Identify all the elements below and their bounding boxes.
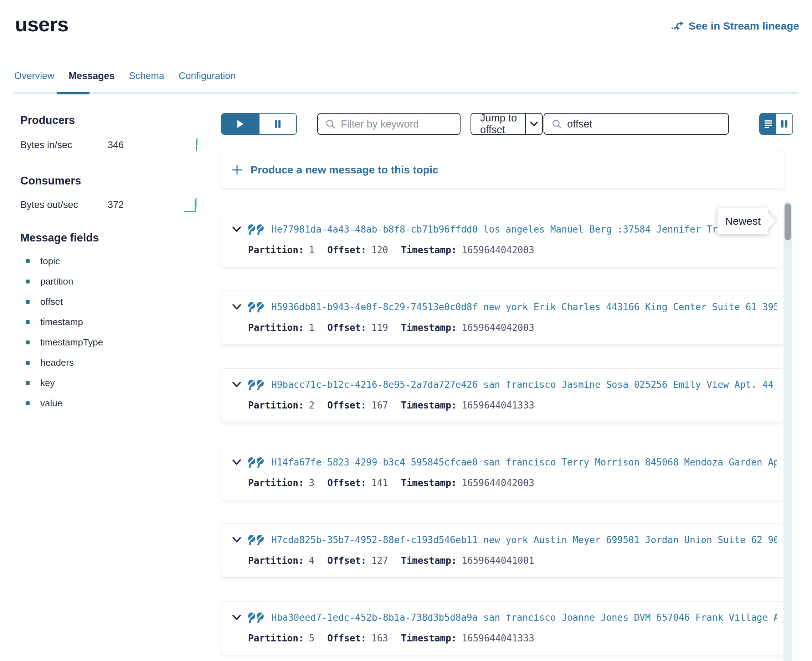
partition-value: 2 xyxy=(309,400,315,410)
field-label: timestamp xyxy=(40,317,83,328)
producers-metric-row: Bytes in/sec 346 xyxy=(20,140,124,151)
message-row[interactable]: H14fa67fe-5823-4299-b3c4-595845cfcae0 sa… xyxy=(221,446,784,500)
produce-message-label: Produce a new message to this topic xyxy=(251,164,439,176)
field-item-key[interactable]: key xyxy=(20,373,103,393)
pause-icon xyxy=(274,119,281,129)
timestamp-label: Timestamp: xyxy=(401,555,457,566)
field-item-partition[interactable]: partition xyxy=(20,271,103,292)
field-bullet-icon xyxy=(26,381,30,385)
column-view-button[interactable] xyxy=(776,113,793,134)
message-summary: Hba30eed7-1edc-452b-8b1a-738d3b5d8a9a sa… xyxy=(271,612,777,623)
newest-tooltip-label: Newest xyxy=(725,215,761,227)
timestamp-label: Timestamp: xyxy=(401,633,457,643)
partition-value: 1 xyxy=(309,322,315,333)
message-list-scrollbar-thumb[interactable] xyxy=(785,203,791,240)
search-icon xyxy=(325,118,336,129)
field-item-timestamp[interactable]: timestamp xyxy=(20,312,103,332)
field-label: headers xyxy=(40,357,74,368)
timestamp-value: 1659644042003 xyxy=(461,245,534,255)
field-bullet-icon xyxy=(26,361,30,365)
expand-chevron-icon[interactable] xyxy=(232,614,241,621)
message-row[interactable]: H7cda825b-35b7-4952-88ef-c193d546eb11 ne… xyxy=(221,524,784,578)
list-view-button[interactable] xyxy=(760,113,776,134)
consumers-metric-row: Bytes out/sec 372 xyxy=(20,200,124,211)
message-summary: H5936db81-b943-4e0f-8c29-74513e0c0d8f ne… xyxy=(271,302,777,312)
filter-input-box xyxy=(317,113,461,135)
offset-value: 167 xyxy=(372,400,388,410)
key-icon xyxy=(247,378,266,391)
key-icon xyxy=(247,534,266,546)
producers-sparkline xyxy=(194,137,200,152)
stream-lineage-link[interactable]: See in Stream lineage xyxy=(671,20,799,32)
offset-search-input[interactable] xyxy=(567,118,728,130)
field-item-value[interactable]: value xyxy=(20,393,103,414)
timestamp-value: 1659644041333 xyxy=(461,633,534,643)
list-view-icon xyxy=(764,120,772,128)
stream-lineage-icon xyxy=(671,21,684,31)
field-bullet-icon xyxy=(26,259,30,263)
tab-messages[interactable]: Messages xyxy=(69,70,115,81)
key-icon xyxy=(247,612,266,624)
message-row[interactable]: Hba30eed7-1edc-452b-8b1a-738d3b5d8a9a sa… xyxy=(221,601,784,655)
jump-to-offset-select[interactable]: Jump to offset xyxy=(471,113,543,135)
field-item-offset[interactable]: offset xyxy=(20,292,103,312)
message-meta: Partition:3 Offset:141 Timestamp:1659644… xyxy=(248,477,534,488)
bytes-out-value: 372 xyxy=(108,200,124,211)
chevron-down-icon xyxy=(525,113,542,134)
field-label: partition xyxy=(40,276,74,287)
expand-chevron-icon[interactable] xyxy=(232,537,241,543)
search-icon xyxy=(551,118,562,129)
produce-message-button[interactable]: Produce a new message to this topic xyxy=(221,151,784,189)
offset-value: 163 xyxy=(372,633,388,643)
expand-chevron-icon[interactable] xyxy=(232,304,241,310)
field-bullet-icon xyxy=(26,279,30,284)
partition-label: Partition: xyxy=(248,633,304,643)
field-bullet-icon xyxy=(26,340,30,344)
partition-label: Partition: xyxy=(248,245,304,255)
bytes-out-label: Bytes out/sec xyxy=(20,200,78,211)
key-icon xyxy=(247,456,266,468)
offset-label: Offset: xyxy=(327,322,367,333)
message-fields-list: topic partition offset timestamp timesta… xyxy=(20,251,103,414)
message-list-scrollbar-track[interactable] xyxy=(783,201,792,661)
tab-overview[interactable]: Overview xyxy=(14,70,54,81)
message-summary: He77981da-4a43-48ab-b8f8-cb71b96ffdd0 lo… xyxy=(271,224,746,235)
page-title: users xyxy=(15,12,69,36)
field-label: topic xyxy=(40,256,60,267)
key-icon xyxy=(247,223,266,235)
messages-toolbar: Jump to offset xyxy=(221,113,793,135)
message-row[interactable]: H9bacc71c-b12c-4216-8e95-2a7da727e426 sa… xyxy=(221,368,784,422)
message-summary: H14fa67fe-5823-4299-b3c4-595845cfcae0 sa… xyxy=(271,457,777,468)
view-toggle-group xyxy=(759,113,793,135)
message-meta: Partition:4 Offset:127 Timestamp:1659644… xyxy=(248,555,534,566)
filter-keyword-input[interactable] xyxy=(341,118,460,130)
message-list: He77981da-4a43-48ab-b8f8-cb71b96ffdd0 lo… xyxy=(221,213,784,655)
field-item-topic[interactable]: topic xyxy=(20,251,103,271)
pause-button[interactable] xyxy=(259,113,296,134)
tab-schema[interactable]: Schema xyxy=(129,70,164,81)
field-item-timestampType[interactable]: timestampType xyxy=(20,332,103,353)
field-bullet-icon xyxy=(26,300,30,304)
bytes-in-value: 346 xyxy=(108,140,124,151)
message-meta: Partition:5 Offset:163 Timestamp:1659644… xyxy=(248,633,534,643)
play-button[interactable] xyxy=(222,113,259,134)
partition-value: 3 xyxy=(309,477,315,488)
consumers-heading: Consumers xyxy=(20,174,81,187)
timestamp-value: 1659644042003 xyxy=(461,322,534,333)
expand-chevron-icon[interactable] xyxy=(232,226,241,233)
expand-chevron-icon[interactable] xyxy=(232,459,241,465)
timestamp-label: Timestamp: xyxy=(401,400,457,410)
field-label: offset xyxy=(40,296,63,307)
expand-chevron-icon[interactable] xyxy=(232,382,241,388)
offset-label: Offset: xyxy=(327,555,367,566)
field-item-headers[interactable]: headers xyxy=(20,353,103,373)
tab-bar: Overview Messages Schema Configuration xyxy=(14,70,235,81)
timestamp-label: Timestamp: xyxy=(401,322,457,333)
message-row[interactable]: H5936db81-b943-4e0f-8c29-74513e0c0d8f ne… xyxy=(221,291,784,345)
message-row[interactable]: He77981da-4a43-48ab-b8f8-cb71b96ffdd0 lo… xyxy=(221,213,784,267)
timestamp-label: Timestamp: xyxy=(401,477,457,488)
column-view-icon xyxy=(780,120,788,128)
message-summary: H9bacc71c-b12c-4216-8e95-2a7da727e426 sa… xyxy=(271,379,777,390)
jump-to-offset-value: Jump to offset xyxy=(471,112,525,136)
tab-configuration[interactable]: Configuration xyxy=(179,70,236,81)
